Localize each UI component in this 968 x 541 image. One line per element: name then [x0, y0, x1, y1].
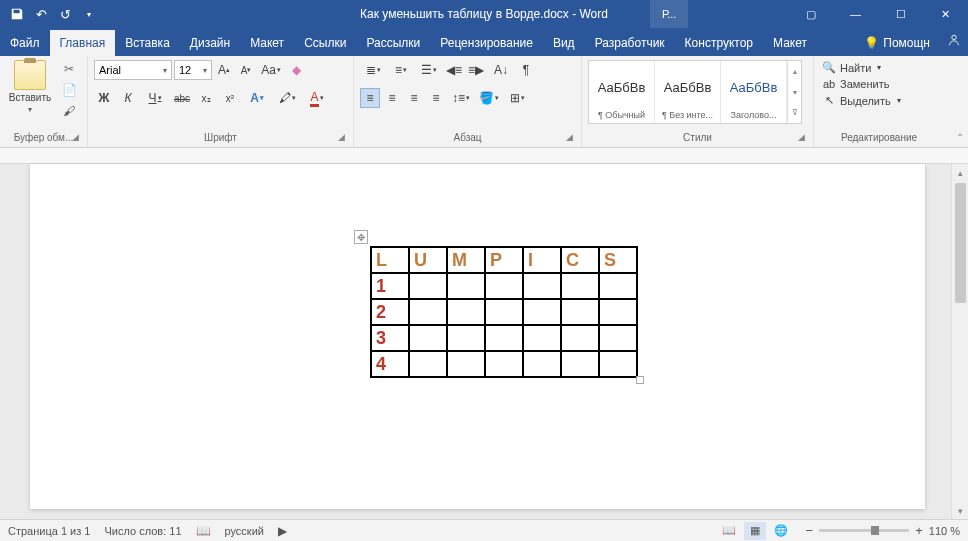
style-heading1[interactable]: АаБбВв Заголово...	[721, 61, 787, 123]
bullets-button[interactable]: ≣▾	[360, 60, 386, 80]
copy-button[interactable]: 📄	[60, 81, 78, 99]
table-cell[interactable]: 3	[371, 325, 409, 351]
web-layout-button[interactable]: 🌐	[770, 522, 792, 540]
table-cell[interactable]	[561, 325, 599, 351]
redo-button[interactable]: ↺	[56, 5, 74, 23]
table-cell[interactable]: I	[523, 247, 561, 273]
table-cell[interactable]	[447, 325, 485, 351]
undo-button[interactable]: ↶	[32, 5, 50, 23]
word-count[interactable]: Число слов: 11	[104, 525, 181, 537]
zoom-knob[interactable]	[871, 526, 879, 535]
align-right-button[interactable]: ≡	[404, 88, 424, 108]
superscript-button[interactable]: x²	[220, 88, 240, 108]
tab-developer[interactable]: Разработчик	[585, 30, 675, 56]
align-left-button[interactable]: ≡	[360, 88, 380, 108]
print-layout-button[interactable]: ▦	[744, 522, 766, 540]
paragraph-launcher[interactable]: ◢	[566, 132, 578, 144]
styles-more-button[interactable]: ⊽	[788, 102, 801, 123]
zoom-level[interactable]: 110 %	[929, 525, 960, 537]
tab-table-design[interactable]: Конструктор	[675, 30, 763, 56]
text-effects-button[interactable]: A▾	[244, 88, 270, 108]
table-cell[interactable]	[447, 273, 485, 299]
table-row[interactable]: 1	[371, 273, 637, 299]
spellcheck-icon[interactable]: 📖	[196, 524, 211, 538]
tab-file[interactable]: Файл	[0, 30, 50, 56]
table-cell[interactable]: U	[409, 247, 447, 273]
table-cell[interactable]	[523, 325, 561, 351]
table-row[interactable]: L U M P I C S	[371, 247, 637, 273]
table-cell[interactable]	[561, 299, 599, 325]
table-cell[interactable]	[523, 351, 561, 377]
table-cell[interactable]: C	[561, 247, 599, 273]
table-cell[interactable]	[485, 299, 523, 325]
table-cell[interactable]	[409, 351, 447, 377]
tell-me-button[interactable]: 💡Помощн	[854, 30, 940, 56]
scroll-up-button[interactable]: ▴	[952, 164, 968, 181]
font-launcher[interactable]: ◢	[338, 132, 350, 144]
table-cell[interactable]	[409, 273, 447, 299]
underline-button[interactable]: Ч▾	[142, 88, 168, 108]
table-cell[interactable]: 1	[371, 273, 409, 299]
tab-table-layout[interactable]: Макет	[763, 30, 817, 56]
table-cell[interactable]	[485, 325, 523, 351]
styles-launcher[interactable]: ◢	[798, 132, 810, 144]
table-row[interactable]: 3	[371, 325, 637, 351]
subscript-button[interactable]: x₂	[196, 88, 216, 108]
table-cell[interactable]	[447, 299, 485, 325]
styles-down-button[interactable]: ▾	[788, 82, 801, 103]
table-cell[interactable]: M	[447, 247, 485, 273]
table-cell[interactable]: P	[485, 247, 523, 273]
change-case-button[interactable]: Aa▾	[258, 60, 284, 80]
zoom-out-button[interactable]: −	[806, 523, 814, 538]
cut-button[interactable]: ✂	[60, 60, 78, 78]
font-size-combo[interactable]: 12▾	[174, 60, 212, 80]
style-no-spacing[interactable]: АаБбВв ¶ Без инте...	[655, 61, 721, 123]
shading-button[interactable]: 🪣▾	[476, 88, 502, 108]
table-cell[interactable]: 4	[371, 351, 409, 377]
tab-design[interactable]: Дизайн	[180, 30, 240, 56]
scroll-thumb[interactable]	[955, 183, 966, 303]
tab-mailings[interactable]: Рассылки	[356, 30, 430, 56]
decrease-indent-button[interactable]: ◀≡	[444, 60, 464, 80]
table-cell[interactable]	[523, 273, 561, 299]
highlight-button[interactable]: 🖍▾	[274, 88, 300, 108]
line-spacing-button[interactable]: ↕≡▾	[448, 88, 474, 108]
language-status[interactable]: русский	[225, 525, 264, 537]
table-cell[interactable]	[561, 351, 599, 377]
table-cell[interactable]	[599, 273, 637, 299]
sort-button[interactable]: A↓	[488, 60, 514, 80]
replace-button[interactable]: abЗаменить	[820, 77, 903, 91]
clipboard-launcher[interactable]: ◢	[72, 132, 84, 144]
table-cell[interactable]	[447, 351, 485, 377]
table-cell[interactable]	[599, 351, 637, 377]
format-painter-button[interactable]: 🖌	[60, 102, 78, 120]
tab-layout[interactable]: Макет	[240, 30, 294, 56]
table-cell[interactable]	[561, 273, 599, 299]
font-color-button[interactable]: A▾	[304, 88, 330, 108]
tab-review[interactable]: Рецензирование	[430, 30, 543, 56]
table-row[interactable]: 2	[371, 299, 637, 325]
collapse-ribbon-button[interactable]: ⌃	[956, 132, 964, 143]
macro-icon[interactable]: ▶	[278, 524, 287, 538]
table-grid[interactable]: L U M P I C S 1 2 3 4	[370, 246, 638, 378]
table-cell[interactable]: L	[371, 247, 409, 273]
page[interactable]: ✥ L U M P I C S 1 2 3 4	[30, 164, 925, 509]
ruler[interactable]	[0, 148, 968, 164]
borders-button[interactable]: ⊞▾	[504, 88, 530, 108]
table-row[interactable]: 4	[371, 351, 637, 377]
vertical-scrollbar[interactable]: ▴ ▾	[951, 164, 968, 519]
scroll-down-button[interactable]: ▾	[952, 502, 968, 519]
styles-up-button[interactable]: ▴	[788, 61, 801, 82]
grow-font-button[interactable]: A▴	[214, 60, 234, 80]
save-button[interactable]	[8, 5, 26, 23]
shrink-font-button[interactable]: A▾	[236, 60, 256, 80]
page-status[interactable]: Страница 1 из 1	[8, 525, 90, 537]
bold-button[interactable]: Ж	[94, 88, 114, 108]
table-cell[interactable]	[409, 325, 447, 351]
qat-customize[interactable]: ▾	[80, 5, 98, 23]
share-button[interactable]	[940, 27, 968, 56]
zoom-in-button[interactable]: +	[915, 523, 923, 538]
tab-home[interactable]: Главная	[50, 30, 116, 56]
align-center-button[interactable]: ≡	[382, 88, 402, 108]
table-cell[interactable]: 2	[371, 299, 409, 325]
